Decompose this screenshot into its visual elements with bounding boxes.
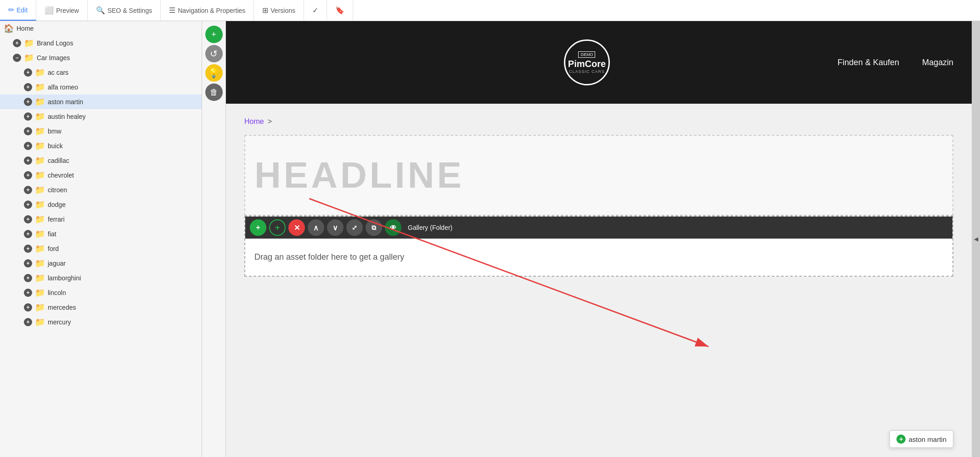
main-layout: 🏠 Home + 📁 Brand Logos − 📁 Car Images + … <box>0 21 980 457</box>
content-area: DEMO PimCore CLASSIC CARS Finden & Kaufe… <box>226 21 972 457</box>
austin-healey-label: austin healey <box>48 113 86 120</box>
refresh-tool-btn[interactable]: ↺ <box>205 45 223 62</box>
expand-lamborghini-btn[interactable]: + <box>24 274 32 282</box>
gallery-copy-btn[interactable]: ⧉ <box>366 219 382 236</box>
delete-tool-btn[interactable]: 🗑 <box>205 84 223 101</box>
sidebar-item-austin-healey[interactable]: + 📁 austin healey <box>0 109 202 124</box>
folder-icon-lamborghini: 📁 <box>35 273 45 283</box>
gallery-drop-area[interactable]: Drag an asset folder here to get a galle… <box>245 239 952 276</box>
edit-tab[interactable]: ✏ Edit <box>0 0 36 21</box>
edit-icon: ✏ <box>8 6 14 14</box>
expand-ac-cars-btn[interactable]: + <box>24 68 32 77</box>
sidebar-item-car-images[interactable]: − 📁 Car Images <box>0 50 202 65</box>
sidebar-item-lamborghini[interactable]: + 📁 lamborghini <box>0 271 202 285</box>
logo-classic-text: CLASSIC CARS <box>569 69 605 74</box>
versions-tab[interactable]: ⊞ Versions <box>254 0 304 21</box>
gallery-add-btn[interactable]: + <box>250 219 266 236</box>
expand-cadillac-btn[interactable]: + <box>24 156 32 165</box>
buick-label: buick <box>48 142 63 150</box>
nav-icon: ☰ <box>169 6 175 15</box>
folder-icon-austin-healey: 📁 <box>35 111 45 122</box>
expand-citroen-btn[interactable]: + <box>24 186 32 194</box>
preview-tab[interactable]: ⬜ Preview <box>36 0 88 21</box>
gallery-label: Gallery (Folder) <box>408 224 452 231</box>
sidebar-item-ac-cars[interactable]: + 📁 ac cars <box>0 65 202 80</box>
folder-icon-mercedes: 📁 <box>35 302 45 312</box>
folder-icon: 📁 <box>24 38 34 48</box>
sidebar-item-chevrolet[interactable]: + 📁 chevrolet <box>0 168 202 183</box>
add-tool-btn[interactable]: + <box>205 26 223 43</box>
expand-bmw-btn[interactable]: + <box>24 127 32 135</box>
sidebar-item-alfa-romeo[interactable]: + 📁 alfa romeo <box>0 80 202 95</box>
preview-icon: ⬜ <box>45 6 54 15</box>
logo-circle: DEMO PimCore CLASSIC CARS <box>564 39 610 85</box>
sidebar-item-ferrari[interactable]: + 📁 ferrari <box>0 212 202 227</box>
chevrolet-label: chevrolet <box>48 172 74 179</box>
sidebar-item-buick[interactable]: + 📁 buick <box>0 139 202 153</box>
gallery-add-outline-btn[interactable]: + <box>269 219 286 236</box>
nav-label: Navigation & Properties <box>178 7 245 14</box>
expand-austin-healey-btn[interactable]: + <box>24 112 32 121</box>
sidebar-item-fiat[interactable]: + 📁 fiat <box>0 227 202 241</box>
folder-icon-buick: 📁 <box>35 141 45 151</box>
sidebar-item-jaguar[interactable]: + 📁 jaguar <box>0 256 202 271</box>
bookmark-tab[interactable]: 🔖 <box>327 0 353 21</box>
sidebar-item-lincoln[interactable]: + 📁 lincoln <box>0 285 202 300</box>
folder-icon-bmw: 📁 <box>35 126 45 136</box>
folder-icon-citroen: 📁 <box>35 185 45 195</box>
expand-aston-martin-btn[interactable]: + <box>24 98 32 106</box>
sidebar-item-mercury[interactable]: + 📁 mercury <box>0 315 202 329</box>
expand-fiat-btn[interactable]: + <box>24 230 32 238</box>
site-nav: Finden & Kaufen Magazin <box>838 58 953 67</box>
folder-icon-mercury: 📁 <box>35 317 45 327</box>
expand-jaguar-btn[interactable]: + <box>24 259 32 268</box>
lincoln-label: lincoln <box>48 289 66 296</box>
gallery-remove-btn[interactable]: ✕ <box>288 219 305 236</box>
check-tab[interactable]: ✓ <box>304 0 327 21</box>
gallery-preview-btn[interactable]: 👁 <box>385 219 401 236</box>
gallery-expand-btn[interactable]: ⤢ <box>346 219 363 236</box>
expand-brand-logos-btn[interactable]: + <box>13 39 21 47</box>
folder-icon-aston-martin: 📁 <box>35 97 45 107</box>
expand-chevrolet-btn[interactable]: + <box>24 171 32 179</box>
sidebar-item-home[interactable]: 🏠 Home <box>0 21 202 36</box>
expand-buick-btn[interactable]: + <box>24 142 32 150</box>
expand-dodge-btn[interactable]: + <box>24 201 32 209</box>
mercedes-label: mercedes <box>48 304 76 311</box>
gallery-down-btn[interactable]: ∨ <box>327 219 344 236</box>
sidebar-item-aston-martin[interactable]: + 📁 aston martin <box>0 95 202 109</box>
cadillac-label: cadillac <box>48 157 69 164</box>
bmw-label: bmw <box>48 128 62 135</box>
folder-icon-cadillac: 📁 <box>35 156 45 166</box>
tooltip-text: aston martin <box>908 435 946 443</box>
collapse-sidebar-handle[interactable]: ◀ <box>972 21 980 457</box>
expand-lincoln-btn[interactable]: + <box>24 289 32 297</box>
nav-finden[interactable]: Finden & Kaufen <box>838 58 899 67</box>
content-body: Home > HEADLINE + + ✕ ∧ ∨ ⤢ ⧉ 👁 <box>226 104 972 457</box>
expand-mercury-btn[interactable]: + <box>24 318 32 326</box>
check-icon: ✓ <box>312 6 318 15</box>
sidebar-item-cadillac[interactable]: + 📁 cadillac <box>0 153 202 168</box>
sidebar-item-brand-logos[interactable]: + 📁 Brand Logos <box>0 36 202 50</box>
versions-icon: ⊞ <box>262 6 268 15</box>
sidebar-item-mercedes[interactable]: + 📁 mercedes <box>0 300 202 315</box>
expand-alfa-romeo-btn[interactable]: + <box>24 83 32 91</box>
nav-magazin[interactable]: Magazin <box>922 58 953 67</box>
expand-ferrari-btn[interactable]: + <box>24 215 32 223</box>
breadcrumb-home[interactable]: Home <box>244 117 264 126</box>
sidebar-item-dodge[interactable]: + 📁 dodge <box>0 197 202 212</box>
sidebar-item-bmw[interactable]: + 📁 bmw <box>0 124 202 139</box>
nav-tab[interactable]: ☰ Navigation & Properties <box>161 0 254 21</box>
folder-icon-chevrolet: 📁 <box>35 170 45 180</box>
expand-ford-btn[interactable]: + <box>24 245 32 253</box>
folder-icon-ac-cars: 📁 <box>35 67 45 78</box>
seo-tab[interactable]: 🔍 SEO & Settings <box>88 0 161 21</box>
hint-tool-btn[interactable]: 💡 <box>205 64 223 82</box>
sidebar-item-citroen[interactable]: + 📁 citroen <box>0 183 202 197</box>
gallery-up-btn[interactable]: ∧ <box>308 219 324 236</box>
site-header: DEMO PimCore CLASSIC CARS Finden & Kaufe… <box>226 21 972 104</box>
sidebar-item-ford[interactable]: + 📁 ford <box>0 241 202 256</box>
expand-mercedes-btn[interactable]: + <box>24 303 32 312</box>
collapse-car-images-btn[interactable]: − <box>13 54 21 62</box>
folder-icon-ferrari: 📁 <box>35 214 45 224</box>
